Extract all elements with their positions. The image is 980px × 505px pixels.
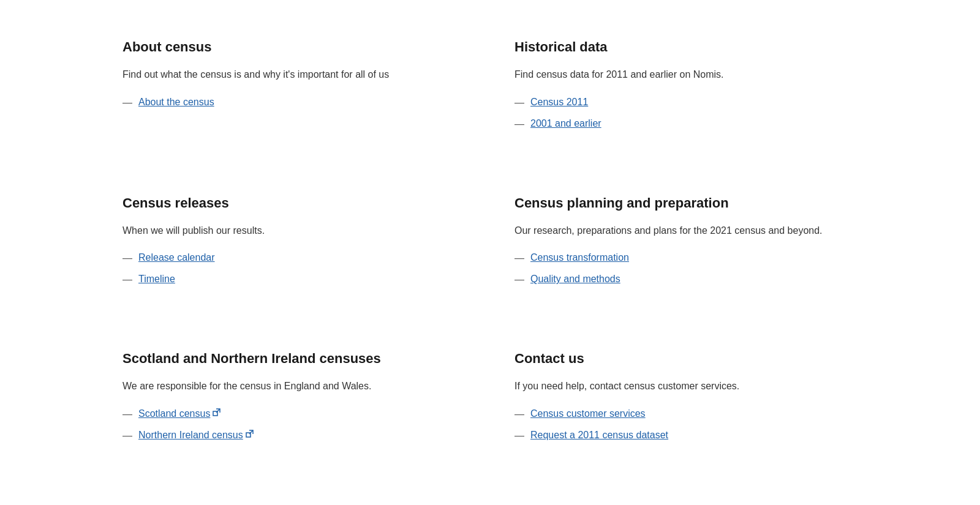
link-census-customer-services[interactable]: Census customer services — [530, 406, 646, 421]
list-item: —Census 2011 — [514, 95, 858, 110]
dash-icon: — — [514, 251, 524, 266]
section-description-census-releases: When we will publish our results. — [123, 223, 466, 239]
link-quality-and-methods[interactable]: Quality and methods — [530, 272, 620, 286]
link-census-2011[interactable]: Census 2011 — [530, 95, 588, 110]
link-timeline[interactable]: Timeline — [138, 272, 175, 286]
link-census-transformation[interactable]: Census transformation — [530, 250, 629, 265]
list-item: —2001 and earlier — [514, 116, 858, 132]
link-scotland-census[interactable]: Scotland census — [138, 406, 221, 421]
link-release-calendar[interactable]: Release calendar — [138, 250, 215, 265]
link-list-historical-data: —Census 2011—2001 and earlier — [514, 95, 858, 132]
section-census-planning: Census planning and preparationOur resea… — [514, 181, 858, 300]
section-description-historical-data: Find census data for 2011 and earlier on… — [514, 67, 858, 83]
section-title-census-planning: Census planning and preparation — [514, 193, 858, 213]
section-census-releases: Census releasesWhen we will publish our … — [123, 181, 466, 300]
list-item: —About the census — [123, 95, 466, 110]
section-description-census-planning: Our research, preparations and plans for… — [514, 223, 858, 239]
section-title-historical-data: Historical data — [514, 37, 858, 57]
section-historical-data: Historical dataFind census data for 2011… — [514, 24, 858, 144]
link-northern-ireland-census[interactable]: Northern Ireland census — [138, 428, 254, 443]
link-list-census-releases: —Release calendar—Timeline — [123, 250, 466, 287]
content-grid: About censusFind out what the census is … — [123, 24, 858, 455]
dash-icon: — — [514, 407, 524, 422]
external-link-icon — [246, 429, 254, 441]
section-description-about-census: Find out what the census is and why it's… — [123, 67, 466, 83]
dash-icon: — — [123, 95, 132, 110]
external-link-icon — [213, 408, 221, 420]
section-title-census-releases: Census releases — [123, 193, 466, 213]
link-list-census-planning: —Census transformation—Quality and metho… — [514, 250, 858, 287]
list-item: —Scotland census — [123, 406, 466, 422]
section-description-scotland-ni: We are responsible for the census in Eng… — [123, 378, 466, 394]
list-item: —Request a 2011 census dataset — [514, 428, 858, 443]
list-item: —Census transformation — [514, 250, 858, 266]
section-title-about-census: About census — [123, 37, 466, 57]
section-title-scotland-ni: Scotland and Northern Ireland censuses — [123, 348, 466, 368]
list-item: —Timeline — [123, 272, 466, 287]
dash-icon: — — [123, 428, 132, 443]
dash-icon: — — [123, 251, 132, 266]
link-list-contact-us: —Census customer services—Request a 2011… — [514, 406, 858, 443]
link-about-the-census[interactable]: About the census — [138, 95, 214, 110]
list-item: —Census customer services — [514, 406, 858, 422]
link-list-scotland-ni: —Scotland census—Northern Ireland census — [123, 406, 466, 443]
dash-icon: — — [514, 272, 524, 287]
list-item: —Quality and methods — [514, 272, 858, 287]
link-list-about-census: —About the census — [123, 95, 466, 110]
page-container: About censusFind out what the census is … — [0, 0, 980, 480]
svg-line-1 — [216, 409, 220, 413]
svg-line-3 — [249, 430, 253, 434]
section-contact-us: Contact usIf you need help, contact cens… — [514, 336, 858, 455]
link-request-a-2011-census-dataset[interactable]: Request a 2011 census dataset — [530, 428, 668, 443]
link-2001-and-earlier[interactable]: 2001 and earlier — [530, 116, 601, 131]
section-title-contact-us: Contact us — [514, 348, 858, 368]
section-scotland-ni: Scotland and Northern Ireland censusesWe… — [123, 336, 466, 455]
dash-icon: — — [123, 272, 132, 287]
dash-icon: — — [514, 95, 524, 110]
section-description-contact-us: If you need help, contact census custome… — [514, 378, 858, 394]
list-item: —Northern Ireland census — [123, 428, 466, 443]
list-item: —Release calendar — [123, 250, 466, 266]
dash-icon: — — [514, 428, 524, 443]
section-about-census: About censusFind out what the census is … — [123, 24, 466, 144]
dash-icon: — — [123, 407, 132, 422]
dash-icon: — — [514, 117, 524, 132]
